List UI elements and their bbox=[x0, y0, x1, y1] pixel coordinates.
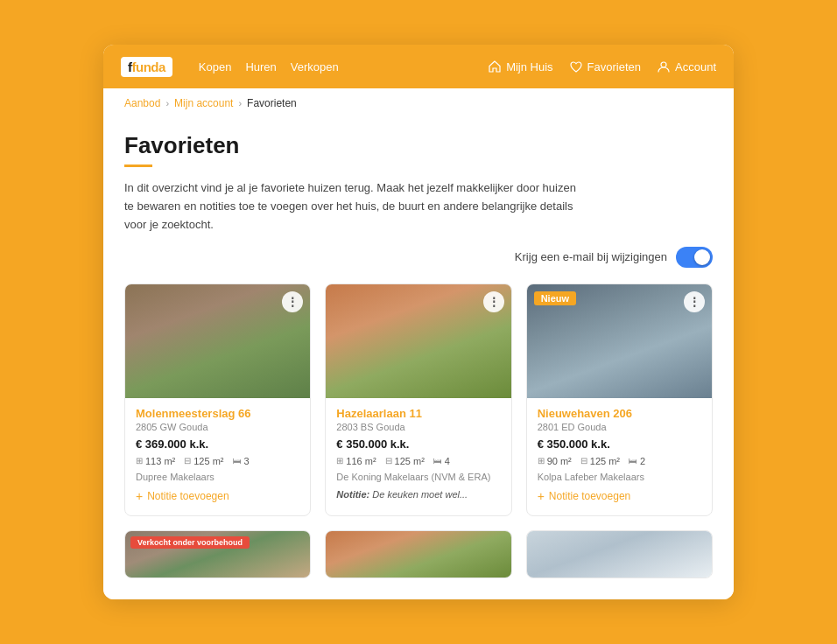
spec-rooms-value-3: 2 bbox=[640, 456, 645, 466]
living-icon-3: ⊟ bbox=[580, 456, 587, 466]
heart-icon bbox=[569, 60, 583, 74]
add-note-3[interactable]: + Notitie toevoegen bbox=[538, 489, 701, 503]
property-specs-3: ⊞ 90 m² ⊟ 125 m² 🛏 2 bbox=[538, 456, 701, 466]
nav-favorieten[interactable]: Favorieten bbox=[569, 60, 641, 74]
breadcrumb-current: Favorieten bbox=[247, 97, 297, 109]
spec-living-value-2: 125 m² bbox=[395, 456, 425, 466]
partial-card-2[interactable] bbox=[325, 530, 511, 578]
breadcrumb: Aanbod › Mijn account › Favorieten bbox=[103, 88, 734, 118]
add-note-label-3: Notitie toevoegen bbox=[549, 490, 630, 502]
nav-kopen[interactable]: Kopen bbox=[199, 60, 232, 74]
nav-huren[interactable]: Huren bbox=[245, 60, 276, 74]
add-note-1[interactable]: + Notitie toevoegen bbox=[136, 489, 299, 503]
spec-rooms-1: 🛏 3 bbox=[233, 456, 250, 466]
property-address-1[interactable]: Molenmeesterslag 66 bbox=[136, 407, 299, 420]
lot-icon-3: ⊞ bbox=[538, 456, 545, 466]
property-image-2[interactable]: ⋮ bbox=[326, 284, 510, 398]
spec-rooms-2: 🛏 4 bbox=[433, 456, 450, 466]
funda-logo[interactable]: ffunda bbox=[121, 57, 172, 77]
spec-living-2: ⊟ 125 m² bbox=[385, 456, 425, 466]
card-menu-btn-3[interactable]: ⋮ bbox=[684, 291, 705, 312]
email-toggle-row: Krijg een e-mail bij wijzigingen bbox=[124, 247, 713, 268]
rooms-icon-2: 🛏 bbox=[433, 456, 442, 466]
property-specs-2: ⊞ 116 m² ⊟ 125 m² 🛏 4 bbox=[336, 456, 500, 466]
spec-living-1: ⊟ 125 m² bbox=[184, 456, 223, 466]
title-underline bbox=[124, 164, 152, 167]
spec-lot-value-3: 90 m² bbox=[547, 456, 572, 466]
property-agent-1: Dupree Makelaars bbox=[136, 472, 299, 482]
navbar: ffunda Kopen Huren Verkopen Mijn Huis bbox=[103, 45, 734, 88]
partial-row: Verkocht onder voorbehoud bbox=[124, 530, 713, 578]
lot-icon-1: ⊞ bbox=[136, 456, 143, 466]
property-grid: ⋮ Molenmeesterslag 66 2805 GW Gouda € 36… bbox=[124, 284, 713, 516]
spec-rooms-value-2: 4 bbox=[445, 456, 450, 466]
spec-lot-2: ⊞ 116 m² bbox=[336, 456, 376, 466]
nav-verkopen[interactable]: Verkopen bbox=[291, 60, 339, 74]
nav-favorieten-label: Favorieten bbox=[587, 60, 641, 74]
email-toggle-label: Krijg een e-mail bij wijzigingen bbox=[515, 250, 667, 263]
spec-lot-value-1: 113 m² bbox=[145, 456, 175, 466]
plus-icon-3: + bbox=[538, 489, 545, 503]
main-content: Favorieten In dit overzicht vind je al j… bbox=[103, 118, 734, 598]
property-city-3: 2801 ED Gouda bbox=[538, 422, 701, 432]
breadcrumb-sep2: › bbox=[238, 98, 242, 108]
browser-window: ffunda Kopen Huren Verkopen Mijn Huis bbox=[103, 45, 734, 598]
property-city-1: 2805 GW Gouda bbox=[136, 422, 299, 432]
property-price-1: € 369.000 k.k. bbox=[136, 438, 299, 451]
add-note-label-1: Notitie toevoegen bbox=[147, 490, 229, 502]
nav-account[interactable]: Account bbox=[657, 60, 716, 74]
home-icon bbox=[488, 60, 502, 74]
plus-icon-1: + bbox=[136, 489, 143, 503]
nav-links: Kopen Huren Verkopen bbox=[199, 60, 470, 74]
property-image-1[interactable]: ⋮ bbox=[125, 284, 310, 398]
spec-living-3: ⊟ 125 m² bbox=[580, 456, 620, 466]
svg-point-0 bbox=[661, 62, 666, 67]
badge-sold-1: Verkocht onder voorbehoud bbox=[130, 536, 250, 549]
rooms-icon-1: 🛏 bbox=[233, 456, 242, 466]
user-icon bbox=[657, 60, 671, 74]
page-title: Favorieten bbox=[124, 132, 713, 159]
spec-lot-3: ⊞ 90 m² bbox=[538, 456, 572, 466]
property-card-1: ⋮ Molenmeesterslag 66 2805 GW Gouda € 36… bbox=[124, 284, 311, 516]
property-info-1: Molenmeesterslag 66 2805 GW Gouda € 369.… bbox=[125, 398, 310, 514]
property-agent-2: De Koning Makelaars (NVM & ERA) bbox=[336, 472, 500, 482]
rooms-icon-3: 🛏 bbox=[629, 456, 637, 466]
property-info-2: Hazelaarlaan 11 2803 BS Gouda € 350.000 … bbox=[326, 398, 510, 515]
email-toggle-switch[interactable] bbox=[676, 247, 713, 268]
property-price-2: € 350.000 k.k. bbox=[336, 438, 500, 451]
spec-rooms-value-1: 3 bbox=[244, 456, 250, 466]
nav-mijn-huis-label: Mijn Huis bbox=[506, 60, 552, 74]
spec-rooms-3: 🛏 2 bbox=[629, 456, 645, 466]
badge-new-3: Nieuw bbox=[534, 291, 576, 305]
living-icon-1: ⊟ bbox=[184, 456, 191, 466]
spec-living-value-1: 125 m² bbox=[193, 456, 223, 466]
nav-account-label: Account bbox=[675, 60, 716, 74]
breadcrumb-aanbod[interactable]: Aanbod bbox=[124, 97, 160, 109]
nav-mijn-huis[interactable]: Mijn Huis bbox=[488, 60, 552, 74]
note-prefix-2: Notitie: bbox=[336, 489, 369, 500]
spec-living-value-3: 125 m² bbox=[590, 456, 620, 466]
property-price-3: € 350.000 k.k. bbox=[538, 438, 701, 451]
partial-card-1[interactable]: Verkocht onder voorbehoud bbox=[124, 530, 311, 578]
nav-right: Mijn Huis Favorieten Account bbox=[488, 60, 716, 74]
card-menu-btn-2[interactable]: ⋮ bbox=[483, 291, 504, 312]
spec-lot-value-2: 116 m² bbox=[346, 456, 376, 466]
card-menu-btn-1[interactable]: ⋮ bbox=[282, 291, 303, 312]
living-icon-2: ⊟ bbox=[385, 456, 392, 466]
page-description: In dit overzicht vind je al je favoriete… bbox=[124, 179, 580, 234]
logo-rest: funda bbox=[132, 60, 165, 74]
property-info-3: Nieuwehaven 206 2801 ED Gouda € 350.000 … bbox=[527, 398, 712, 514]
property-card-2: ⋮ Hazelaarlaan 11 2803 BS Gouda € 350.00… bbox=[325, 284, 511, 516]
breadcrumb-sep1: › bbox=[165, 98, 169, 108]
lot-icon-2: ⊞ bbox=[336, 456, 343, 466]
property-agent-3: Kolpa Lafeber Makelaars bbox=[538, 472, 701, 482]
partial-card-3[interactable] bbox=[526, 530, 713, 578]
breadcrumb-mijn-account[interactable]: Mijn account bbox=[174, 97, 233, 109]
property-address-2[interactable]: Hazelaarlaan 11 bbox=[336, 407, 500, 420]
property-image-3[interactable]: Nieuw ⋮ bbox=[527, 284, 712, 398]
property-card-3: Nieuw ⋮ Nieuwehaven 206 2801 ED Gouda € … bbox=[526, 284, 713, 516]
property-note-2: Notitie: De keuken moet wel... bbox=[336, 489, 500, 500]
property-city-2: 2803 BS Gouda bbox=[336, 422, 500, 432]
property-address-3[interactable]: Nieuwehaven 206 bbox=[538, 407, 701, 420]
spec-lot-1: ⊞ 113 m² bbox=[136, 456, 175, 466]
